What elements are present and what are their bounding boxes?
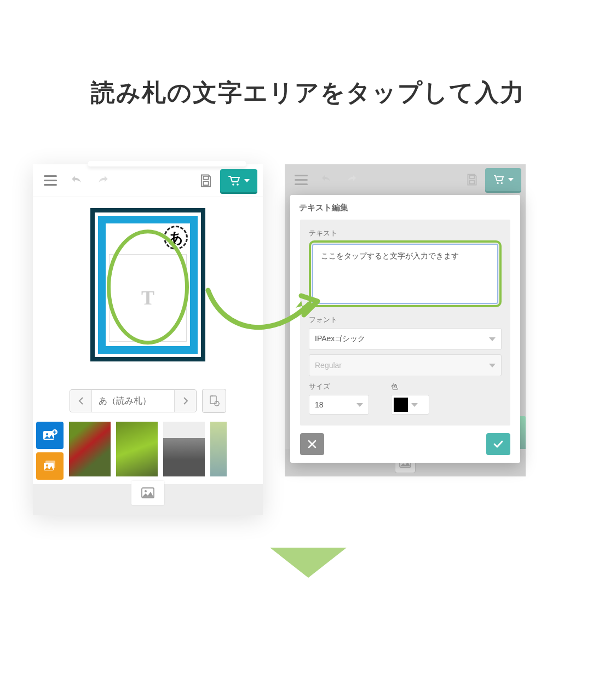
down-chevron-decor: [270, 548, 347, 578]
image-stack-icon: [42, 459, 58, 473]
svg-point-0: [232, 183, 234, 186]
card-index-badge: あ: [164, 226, 188, 250]
prev-page-button[interactable]: [70, 390, 92, 412]
chevron-down-icon: [489, 364, 496, 367]
font-select-value: IPAexゴシック: [315, 334, 365, 344]
card-frame: あ T: [90, 208, 205, 361]
page-settings-button[interactable]: [202, 389, 226, 413]
editor-panel-after: テキスト編集 テキスト ここをタップすると文字が入力できます フォント IPAe…: [285, 164, 526, 476]
page-heading: 読み札の文字エリアをタップして入力: [0, 77, 616, 109]
image-icon: [141, 487, 155, 499]
save-button[interactable]: [194, 169, 218, 193]
page-gear-icon: [208, 394, 221, 407]
cart-icon: [228, 175, 241, 186]
text-input[interactable]: ここをタップすると文字が入力できます: [312, 244, 498, 304]
current-page-label[interactable]: あ（読み札）: [92, 390, 174, 412]
image-plus-icon: [42, 428, 58, 442]
font-field-label: フォント: [309, 315, 502, 325]
font-select[interactable]: IPAexゴシック: [309, 328, 502, 350]
highlight-box: ここをタップすると文字が入力できます: [309, 240, 502, 307]
close-icon: [307, 439, 317, 449]
page-navigator: あ（読み札）: [33, 383, 263, 418]
image-library-button[interactable]: [36, 452, 64, 480]
editor-toolbar-dimmed: [285, 164, 526, 195]
modal-title: テキスト編集: [290, 195, 520, 220]
add-image-button[interactable]: [36, 422, 64, 449]
font-size-select[interactable]: 18: [309, 395, 369, 415]
font-color-select[interactable]: [391, 395, 429, 415]
menu-button: [289, 168, 313, 192]
confirm-button[interactable]: [486, 433, 510, 455]
editor-panel-before: あ T あ（読み札）: [33, 164, 263, 515]
svg-point-9: [46, 464, 48, 467]
redo-button: [339, 168, 364, 192]
svg-point-13: [501, 182, 503, 184]
image-thumbnail-strip: [33, 418, 263, 484]
cart-button[interactable]: [220, 169, 257, 192]
font-size-value: 18: [315, 400, 324, 409]
image-thumbnail[interactable]: [116, 422, 158, 476]
font-weight-value: Regular: [315, 361, 342, 370]
bottom-bar: [33, 484, 263, 515]
check-icon: [493, 439, 504, 449]
next-page-button[interactable]: [174, 390, 196, 412]
canvas-area: あ T: [33, 197, 263, 383]
text-field-label: テキスト: [309, 228, 502, 238]
color-field-label: 色: [391, 382, 429, 392]
cart-button: [485, 168, 521, 191]
text-edit-modal: テキスト編集 テキスト ここをタップすると文字が入力できます フォント IPAe…: [290, 195, 520, 463]
menu-button[interactable]: [38, 169, 62, 193]
font-weight-select[interactable]: Regular: [309, 354, 502, 376]
svg-point-12: [497, 182, 499, 184]
editor-toolbar: [33, 164, 263, 197]
chevron-down-icon: [356, 403, 363, 407]
svg-point-5: [46, 433, 48, 435]
image-thumbnail[interactable]: [210, 422, 227, 476]
image-tray-toggle[interactable]: [131, 481, 164, 505]
color-swatch: [394, 398, 408, 412]
cancel-button[interactable]: [300, 433, 324, 455]
chevron-down-icon: [244, 179, 250, 182]
chevron-down-icon: [411, 403, 418, 407]
card-text-area[interactable]: T: [109, 254, 187, 342]
card-inner[interactable]: あ T: [98, 216, 198, 354]
svg-point-1: [237, 183, 239, 186]
svg-point-11: [145, 490, 147, 492]
save-button: [460, 168, 484, 192]
undo-button[interactable]: [65, 169, 89, 193]
size-field-label: サイズ: [309, 382, 369, 392]
redo-button[interactable]: [91, 169, 115, 193]
chevron-down-icon: [508, 178, 514, 181]
chevron-down-icon: [489, 337, 496, 341]
image-thumbnail[interactable]: [69, 422, 111, 476]
undo-button: [314, 168, 338, 192]
image-thumbnail[interactable]: [163, 422, 205, 476]
